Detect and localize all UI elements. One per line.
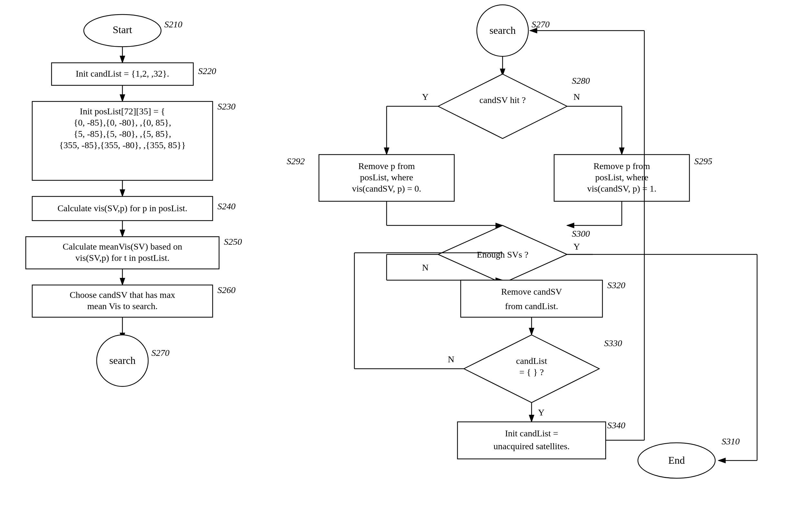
end-label: End — [668, 454, 685, 466]
s260-text2: mean Vis to search. — [87, 301, 158, 311]
s270-right-label: S270 — [532, 19, 550, 29]
s292-text2: posList, where — [360, 172, 413, 182]
s230-text3: {5, -85},{5, -80}, ,{5, 85}, — [74, 129, 171, 139]
s270-left-label: S270 — [151, 348, 169, 358]
s280-y-label: Y — [422, 92, 428, 102]
s220-text: Init candList = {1,2, ,32}. — [76, 69, 169, 79]
s220-label: S220 — [198, 66, 216, 76]
s340-label: S340 — [607, 420, 625, 430]
s310-label: S310 — [722, 436, 740, 446]
s340-text2: unacquired satellites. — [494, 441, 570, 451]
s230-text2: {0, -85},{0, -80}, ,{0, 85}, — [74, 117, 171, 128]
s330-y-label: Y — [538, 407, 544, 417]
s330-n-label: N — [448, 354, 454, 364]
s300-text: Enough SVs ? — [477, 250, 528, 260]
s295-label: S295 — [694, 156, 712, 166]
s292-label: S292 — [287, 156, 305, 166]
search-label-left: search — [109, 355, 136, 366]
s280-text1: candSV hit ? — [479, 95, 526, 105]
start-label: Start — [113, 24, 132, 35]
s210-label: S210 — [164, 19, 182, 29]
s340-rect — [458, 422, 606, 459]
s240-text: Calculate vis(SV,p) for p in posList. — [57, 203, 187, 213]
flowchart-container: Start S210 Init candList = {1,2, ,32}. S… — [0, 0, 798, 532]
s260-text1: Choose candSV that has max — [70, 290, 175, 300]
s250-text2: vis(SV,p) for t in postList. — [75, 253, 169, 263]
s280-n-label: N — [573, 92, 580, 102]
s250-label: S250 — [224, 237, 242, 247]
s230-text1: Init posList[72][35] = { — [80, 106, 165, 116]
s340-text1: Init candList = — [505, 428, 558, 438]
s320-label: S320 — [607, 280, 625, 290]
s300-y-label: Y — [573, 242, 580, 251]
s320-text1: Remove candSV — [501, 287, 562, 297]
s260-label: S260 — [218, 285, 236, 295]
s330-text2: = { } ? — [519, 367, 544, 377]
search-label-right: search — [489, 24, 516, 36]
s300-label: S300 — [572, 229, 590, 239]
s300-n-label: N — [422, 263, 428, 272]
s230-text4: {355, -85},{355, -80}, ,{355, 85}} — [59, 140, 186, 150]
s295-text1: Remove p from — [593, 161, 650, 171]
s280-label: S280 — [572, 76, 590, 86]
s292-text1: Remove p from — [358, 161, 415, 171]
s295-text3: vis(candSV, p) = 1. — [587, 184, 656, 193]
s280-diamond — [438, 74, 567, 138]
s320-rect — [461, 280, 602, 317]
s295-text2: posList, where — [595, 172, 649, 182]
s320-text2: from candList. — [505, 301, 558, 311]
s330-label: S330 — [604, 338, 622, 348]
s250-text1: Calculate meanVis(SV) based on — [63, 242, 182, 251]
s292-text3: vis(candSV, p) = 0. — [352, 184, 421, 193]
s240-label: S240 — [218, 201, 236, 211]
s230-label: S230 — [218, 101, 236, 111]
s330-text1: candList — [516, 356, 548, 366]
